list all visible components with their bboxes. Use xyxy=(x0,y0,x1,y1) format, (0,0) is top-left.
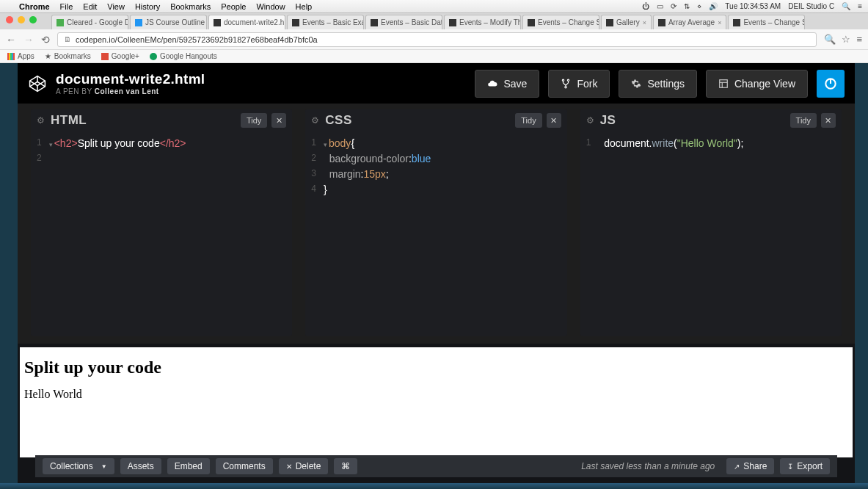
browser-tab[interactable]: Array Average× xyxy=(653,15,726,29)
tab-close-icon[interactable]: × xyxy=(718,19,721,26)
browser-tab[interactable]: Events – Change Style…× xyxy=(522,15,599,29)
browser-tab[interactable]: Cleared - Google D…× xyxy=(51,15,128,29)
bookmark-item[interactable]: Google Hangouts xyxy=(150,52,217,60)
star-icon: ★ xyxy=(45,52,51,60)
embed-button[interactable]: Embed xyxy=(167,458,210,474)
bookmark-item[interactable]: ★Bookmarks xyxy=(45,52,91,60)
delete-button[interactable]: ✕Delete xyxy=(279,458,329,474)
app-name[interactable]: Chrome xyxy=(19,2,50,11)
browser-tab[interactable]: Events – Modify The…× xyxy=(444,15,521,29)
svg-point-4 xyxy=(568,79,569,81)
pane-header: ⚙ JS Tidy ✕ xyxy=(580,109,842,131)
close-window-icon[interactable] xyxy=(6,16,13,23)
bookmark-icon[interactable]: ☆ xyxy=(842,34,850,45)
back-icon[interactable]: ← xyxy=(6,34,16,46)
clock[interactable]: Tue 10:34:53 AM xyxy=(725,2,781,10)
menu-people[interactable]: People xyxy=(221,2,246,11)
tab-close-icon[interactable]: × xyxy=(643,19,646,26)
bookmark-label: Apps xyxy=(18,52,34,60)
hamburger-icon[interactable]: ≡ xyxy=(856,34,862,45)
profile-button[interactable] xyxy=(817,70,845,98)
js-pane: ⚙ JS Tidy ✕ 1 document.write("Hello Worl… xyxy=(580,109,842,336)
export-icon: ↧ xyxy=(787,463,793,471)
gear-icon xyxy=(631,79,641,89)
close-pane-icon[interactable]: ✕ xyxy=(271,113,286,128)
status-icon: ▭ xyxy=(657,2,663,10)
bookmark-apps[interactable]: Apps xyxy=(7,52,34,60)
comments-button[interactable]: Comments xyxy=(216,458,273,474)
gear-icon[interactable]: ⚙ xyxy=(586,115,594,126)
browser-window: Cleared - Google D…× JS Course Outline …… xyxy=(0,13,868,63)
search-icon[interactable]: 🔍 xyxy=(842,2,850,10)
save-status: Last saved less than a minute ago xyxy=(581,461,715,471)
menu-bookmarks[interactable]: Bookmarks xyxy=(170,2,211,11)
export-button[interactable]: ↧Export xyxy=(780,458,830,474)
browser-tab[interactable]: JS Course Outline …× xyxy=(130,15,207,29)
tidy-button[interactable]: Tidy xyxy=(790,113,817,128)
tab-label: document-write2.h… xyxy=(224,18,285,26)
html-editor[interactable]: 12 ▾<h2>Split up your code</h2> xyxy=(31,131,292,336)
bookmark-item[interactable]: Google+ xyxy=(101,52,139,60)
css-editor[interactable]: 1234 ▾body{ background-color:blue margin… xyxy=(305,131,566,336)
browser-tab[interactable]: Events – Basic Date…× xyxy=(365,15,442,29)
line-gutter: 1234 xyxy=(311,136,324,332)
output-heading: Split up your code xyxy=(24,358,848,377)
shortcuts-button[interactable]: ⌘ xyxy=(334,458,357,474)
tab-favicon-icon xyxy=(371,19,378,26)
change-view-button[interactable]: Change View xyxy=(706,70,808,98)
menu-history[interactable]: History xyxy=(135,2,160,11)
pen-title[interactable]: document-write2.html xyxy=(56,71,466,87)
gear-icon[interactable]: ⚙ xyxy=(37,115,45,126)
menu-edit[interactable]: Edit xyxy=(83,2,97,11)
forward-icon[interactable]: → xyxy=(23,34,34,46)
button-label: Settings xyxy=(647,78,685,90)
browser-tab-active[interactable]: document-write2.h…× xyxy=(208,15,285,29)
tab-label: Events – Modify The… xyxy=(459,18,521,26)
apps-icon xyxy=(7,53,15,60)
close-pane-icon[interactable]: ✕ xyxy=(547,113,561,128)
share-button[interactable]: ↗Share xyxy=(726,458,774,474)
button-label: Export xyxy=(797,461,823,471)
settings-button[interactable]: Settings xyxy=(619,70,697,98)
button-label: Change View xyxy=(734,78,795,90)
fork-icon xyxy=(561,79,571,89)
close-pane-icon[interactable]: ✕ xyxy=(821,113,836,128)
tab-strip: Cleared - Google D…× JS Course Outline …… xyxy=(0,13,868,29)
minimize-window-icon[interactable] xyxy=(18,16,25,23)
menu-file[interactable]: File xyxy=(60,2,73,11)
browser-tab[interactable]: Gallery× xyxy=(601,15,652,29)
fork-button[interactable]: Fork xyxy=(548,70,610,98)
zoom-window-icon[interactable] xyxy=(29,16,37,23)
browser-tab[interactable]: Events – Basic Exa…× xyxy=(287,15,364,29)
collections-button[interactable]: Collections xyxy=(43,458,114,474)
codepen-footer: Collections Assets Embed Comments ✕Delet… xyxy=(35,455,837,477)
url-input[interactable]: 🗎 codepen.io/ColleenEMc/pen/5925723692b9… xyxy=(57,32,817,47)
tab-label: Gallery xyxy=(616,18,640,26)
codepen-header: document-write2.html A PEN BY Colleen va… xyxy=(18,63,855,104)
output-text: Hello World xyxy=(24,388,848,401)
window-controls[interactable] xyxy=(6,16,37,23)
tab-label: Events – Change Style… xyxy=(743,18,805,26)
zoom-icon[interactable]: 🔍 xyxy=(824,34,836,45)
reload-icon[interactable]: ⟲ xyxy=(41,34,50,46)
user-label[interactable]: DEIL Studio C xyxy=(788,2,834,10)
output-preview[interactable]: Split up your code Hello World xyxy=(20,347,853,457)
pen-author[interactable]: Colleen van Lent xyxy=(95,87,159,95)
tab-label: Events – Basic Exa… xyxy=(302,18,364,26)
tidy-button[interactable]: Tidy xyxy=(515,113,541,128)
menu-view[interactable]: View xyxy=(107,2,125,11)
menu-help[interactable]: Help xyxy=(296,2,313,11)
save-button[interactable]: Save xyxy=(475,70,539,98)
codepen-logo-icon[interactable] xyxy=(28,74,47,93)
bookmark-label: Google Hangouts xyxy=(160,52,217,60)
tab-favicon-icon xyxy=(135,19,142,26)
gear-icon[interactable]: ⚙ xyxy=(311,115,319,126)
js-editor[interactable]: 1 document.write("Hello World"); xyxy=(580,131,842,336)
browser-tab[interactable]: Events – Change Style…× xyxy=(728,15,805,29)
menu-icon[interactable]: ≡ xyxy=(858,2,862,10)
svg-point-3 xyxy=(563,79,564,81)
tidy-button[interactable]: Tidy xyxy=(241,113,267,128)
assets-button[interactable]: Assets xyxy=(120,458,161,474)
code-content: ▾<h2>Split up your code</h2> xyxy=(49,136,186,332)
menu-window[interactable]: Window xyxy=(256,2,285,11)
